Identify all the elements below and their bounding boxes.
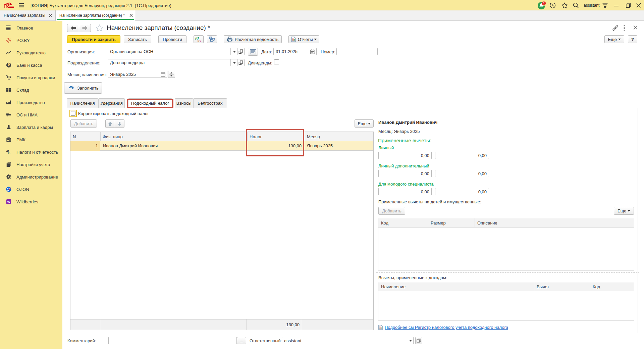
svg-text:₽: ₽	[8, 63, 10, 67]
svg-text:Кт: Кт	[198, 39, 201, 43]
svg-text:Кт: Кт	[8, 152, 11, 154]
svg-text:W: W	[7, 200, 10, 203]
svg-text:1: 1	[543, 2, 545, 5]
